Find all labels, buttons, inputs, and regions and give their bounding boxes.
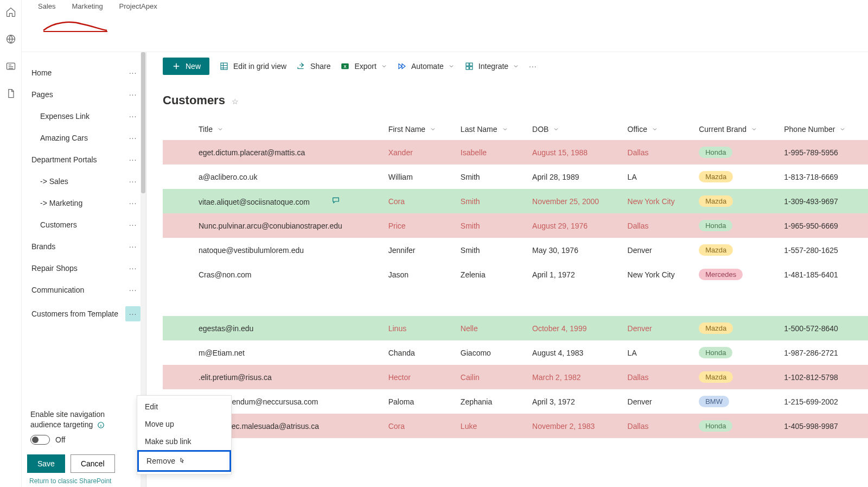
svg-rect-6 bbox=[466, 63, 469, 66]
cell-dob: November 25, 2000 bbox=[527, 189, 622, 213]
nav-pages[interactable]: Pages··· bbox=[22, 84, 146, 105]
cell-last-name: Giacomo bbox=[455, 340, 527, 365]
nav-repair-shops[interactable]: Repair Shops··· bbox=[22, 257, 146, 279]
left-nav-panel: Home··· Pages··· Expenses Link··· Amazin… bbox=[22, 52, 146, 487]
col-current-brand[interactable]: Current Brand bbox=[699, 125, 757, 134]
nav-sales[interactable]: -> Sales··· bbox=[22, 170, 146, 192]
cmd-more[interactable]: ··· bbox=[529, 62, 537, 71]
nav-brands[interactable]: Brands··· bbox=[22, 236, 146, 257]
table-row[interactable]: eleifend.nec.malesuada@atrisus.caCoraLuk… bbox=[163, 414, 868, 438]
table-row[interactable]: Cras@non.comJasonZeleniaApril 1, 1972New… bbox=[163, 262, 868, 287]
table-row[interactable]: Nunc.pulvinar.arcu@conubianostraper.eduP… bbox=[163, 213, 868, 238]
table-row[interactable]: natoque@vestibulumlorem.eduJenniferSmith… bbox=[163, 238, 868, 262]
chevron-down-icon bbox=[381, 63, 387, 69]
col-first-name[interactable]: First Name bbox=[388, 125, 436, 134]
cell-office: Denver bbox=[622, 316, 694, 340]
nav-comm-more[interactable]: ··· bbox=[125, 282, 141, 298]
nav-sales-more[interactable]: ··· bbox=[125, 174, 141, 189]
nav-mkt-more[interactable]: ··· bbox=[125, 195, 141, 211]
table-row[interactable]: vitae.aliquet@sociisnatoque.comCoraSmith… bbox=[163, 189, 868, 213]
nav-department-portals[interactable]: Department Portals··· bbox=[22, 149, 146, 170]
ctx-make-sub-link[interactable]: Make sub link bbox=[137, 433, 231, 450]
col-office[interactable]: Office bbox=[628, 125, 658, 134]
table-row[interactable]: a@aclibero.co.ukWilliamSmithApril 28, 19… bbox=[163, 165, 868, 189]
cell-title[interactable]: a@aclibero.co.uk bbox=[193, 165, 383, 189]
cancel-button[interactable]: Cancel bbox=[71, 454, 115, 473]
nav-repair-more[interactable]: ··· bbox=[125, 261, 141, 276]
new-button[interactable]: New bbox=[163, 58, 209, 75]
chevron-down-icon bbox=[513, 63, 519, 69]
list-table-wrap[interactable]: Title First Name Last Name DOB Office Cu… bbox=[163, 118, 868, 487]
targeting-title: Enable site navigation audience targetin… bbox=[30, 410, 105, 428]
cell-title[interactable]: natoque@vestibulumlorem.edu bbox=[193, 238, 383, 262]
cell-phone: 1-102-812-5798 bbox=[778, 365, 868, 389]
file-icon[interactable] bbox=[5, 88, 16, 99]
edit-in-grid-button[interactable]: Edit in grid view bbox=[219, 61, 286, 71]
nav-dept-more[interactable]: ··· bbox=[125, 152, 141, 167]
cell-title[interactable]: egestas@in.edu bbox=[193, 316, 383, 340]
cell-title[interactable]: Cras@non.com bbox=[193, 262, 383, 287]
cell-dob: October 4, 1999 bbox=[527, 316, 622, 340]
site-logo[interactable] bbox=[38, 14, 111, 40]
nav-pages-more[interactable]: ··· bbox=[125, 87, 141, 102]
nav-expenses-link[interactable]: Expenses Link··· bbox=[22, 105, 146, 127]
table-row[interactable]: egestas@in.eduLinusNelleOctober 4, 1999D… bbox=[163, 316, 868, 340]
new-label: New bbox=[186, 62, 201, 71]
col-last-name[interactable]: Last Name bbox=[461, 125, 508, 134]
return-classic-link[interactable]: Return to classic SharePoint bbox=[22, 477, 146, 487]
nav-brands-more[interactable]: ··· bbox=[125, 239, 141, 254]
nav-home-more[interactable]: ··· bbox=[125, 65, 141, 80]
nav-amazing-cars[interactable]: Amazing Cars··· bbox=[22, 127, 146, 149]
cell-title[interactable]: Nunc.pulvinar.arcu@conubianostraper.edu bbox=[193, 213, 383, 238]
nav-amazing-more[interactable]: ··· bbox=[125, 130, 141, 146]
cell-last-name: Nelle bbox=[455, 316, 527, 340]
cell-brand: Honda bbox=[693, 340, 778, 365]
nav-home[interactable]: Home··· bbox=[22, 62, 146, 84]
cell-title[interactable]: eget.dictum.placerat@mattis.ca bbox=[193, 140, 383, 165]
nav-expenses-more[interactable]: ··· bbox=[125, 109, 141, 124]
hub-link-marketing[interactable]: Marketing bbox=[72, 2, 103, 10]
list-title: Customers bbox=[163, 93, 225, 107]
cell-title[interactable]: .elit.pretium@risus.ca bbox=[193, 365, 383, 389]
svg-text:X: X bbox=[344, 64, 347, 69]
table-row[interactable]: eget.dictum.placerat@mattis.caXanderIsab… bbox=[163, 140, 868, 165]
cell-last-name: Smith bbox=[455, 189, 527, 213]
hub-link-sales[interactable]: Sales bbox=[38, 2, 56, 10]
table-row[interactable]: .elit.pretium@risus.caHectorCailinMarch … bbox=[163, 365, 868, 389]
globe-icon[interactable] bbox=[5, 34, 16, 45]
nav-customers-from-template[interactable]: Customers from Template··· bbox=[22, 301, 146, 327]
cell-title[interactable]: m@Etiam.net bbox=[193, 340, 383, 365]
table-row[interactable]: m@Etiam.netChandaGiacomoAugust 4, 1983LA… bbox=[163, 340, 868, 365]
ctx-edit[interactable]: Edit bbox=[137, 398, 231, 415]
hub-link-projectapex[interactable]: ProjectApex bbox=[119, 2, 157, 10]
targeting-toggle[interactable] bbox=[30, 435, 50, 445]
export-button[interactable]: X Export bbox=[340, 61, 387, 71]
nav-communication[interactable]: Communication··· bbox=[22, 279, 146, 301]
nav-marketing[interactable]: -> Marketing··· bbox=[22, 192, 146, 214]
table-row[interactable]: empor.bibendum@neccursusa.comPalomaZepha… bbox=[163, 389, 868, 414]
cell-last-name: Zephania bbox=[455, 389, 527, 414]
nav-cust-more[interactable]: ··· bbox=[125, 217, 141, 232]
automate-button[interactable]: Automate bbox=[397, 61, 455, 71]
save-button[interactable]: Save bbox=[27, 454, 65, 473]
plus-icon bbox=[171, 61, 181, 71]
nav-customers[interactable]: Customers··· bbox=[22, 214, 146, 236]
share-button[interactable]: Share bbox=[296, 61, 330, 71]
cell-office: Denver bbox=[622, 389, 694, 414]
favorite-icon[interactable]: ☆ bbox=[232, 97, 239, 106]
cell-phone: 1-557-280-1625 bbox=[778, 238, 868, 262]
col-phone-number[interactable]: Phone Number bbox=[784, 125, 846, 134]
home-icon[interactable] bbox=[5, 7, 16, 17]
col-title[interactable]: Title bbox=[199, 125, 224, 134]
col-dob[interactable]: DOB bbox=[532, 125, 559, 134]
nav-ctempl-more[interactable]: ··· bbox=[125, 306, 141, 321]
nav-context-menu: Edit Move up Make sub link Remove bbox=[137, 395, 232, 475]
cell-title[interactable]: vitae.aliquet@sociisnatoque.com bbox=[193, 189, 383, 213]
integrate-label: Integrate bbox=[478, 62, 508, 71]
news-icon[interactable] bbox=[5, 61, 16, 72]
comment-icon[interactable] bbox=[331, 198, 340, 206]
info-icon[interactable] bbox=[97, 421, 105, 429]
integrate-button[interactable]: Integrate bbox=[464, 61, 519, 71]
ctx-remove[interactable]: Remove bbox=[137, 450, 231, 472]
ctx-move-up[interactable]: Move up bbox=[137, 415, 231, 433]
